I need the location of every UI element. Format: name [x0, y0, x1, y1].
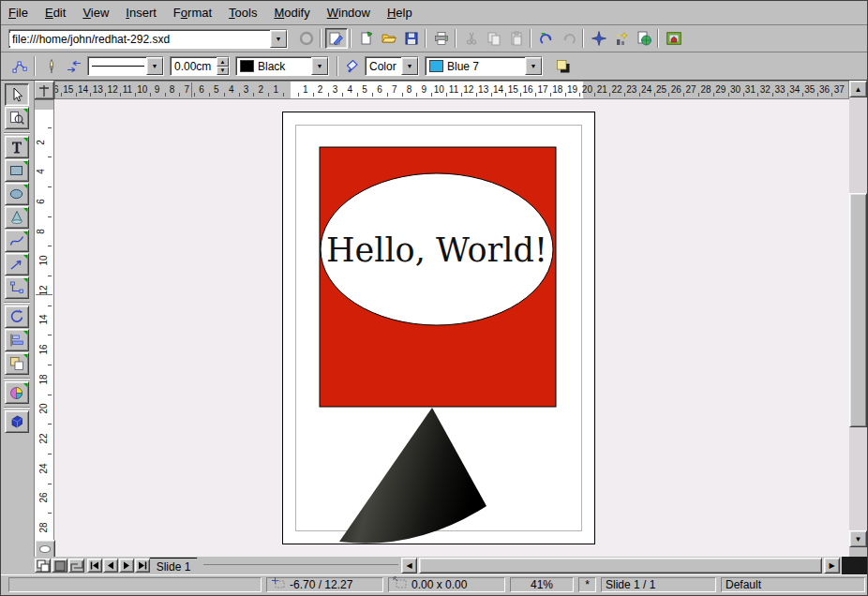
cone-shape[interactable] [339, 408, 486, 544]
connector-tool-button[interactable] [5, 276, 29, 299]
scroll-up-button[interactable]: ▲ [849, 81, 867, 97]
align-tool-button[interactable] [5, 329, 29, 351]
ruler-label: 31 [745, 84, 756, 95]
area-bucket-button[interactable] [340, 56, 363, 77]
curve-icon [9, 233, 24, 248]
curve-tool-button[interactable] [5, 230, 29, 252]
edit-file-button[interactable] [325, 28, 348, 49]
menu-file[interactable]: File [1, 4, 36, 22]
rotate-tool-button[interactable] [5, 305, 29, 328]
line-color-dropdown-button[interactable] [311, 57, 328, 75]
save-button[interactable] [400, 28, 423, 49]
arrow-tool-button[interactable] [5, 253, 29, 276]
fill-color-dropdown-button[interactable] [525, 57, 542, 75]
menu-view[interactable]: View [75, 4, 116, 22]
slide-nav-last-button[interactable] [135, 559, 150, 573]
pen-button[interactable] [40, 56, 63, 77]
menu-insert[interactable]: Insert [118, 4, 164, 22]
doc-globe-button[interactable] [633, 28, 655, 49]
zoom-icon [9, 111, 24, 126]
ellipse-tool-button[interactable] [5, 183, 29, 205]
copy-button[interactable] [483, 28, 505, 49]
vscroll-thumb[interactable] [849, 193, 867, 427]
line-color-select[interactable]: Black [235, 56, 329, 76]
status-zoom-cell[interactable]: 41% [510, 577, 574, 592]
arrow-ends-button[interactable] [63, 56, 85, 77]
ruler-label: 9 [155, 84, 160, 95]
flyout-indicator [23, 161, 27, 165]
scroll-down-button[interactable]: ▼ [849, 530, 867, 547]
size-status-icon [393, 576, 408, 591]
line-width-value: 0.00cm [171, 60, 217, 73]
undo-button[interactable] [535, 28, 558, 49]
menu-tools[interactable]: Tools [221, 4, 264, 22]
stop-button[interactable] [295, 28, 318, 49]
arrange-tool-button[interactable] [5, 352, 29, 375]
fill-style-dropdown-button[interactable] [401, 57, 418, 75]
text-tool-button[interactable] [5, 136, 29, 158]
cut-button[interactable] [460, 28, 483, 49]
redo-button[interactable] [558, 28, 580, 49]
ellipse-icon [9, 186, 24, 201]
status-style-cell[interactable]: Default [721, 577, 865, 592]
menu-format[interactable]: Format [166, 4, 219, 22]
select-icon [9, 87, 24, 102]
objects3d-tool-button[interactable] [5, 206, 29, 229]
ruler-origin-button[interactable] [34, 81, 54, 99]
fill-style-select[interactable]: Color [365, 56, 419, 76]
select-tool-button[interactable] [5, 83, 29, 106]
controller3d-tool-button[interactable] [5, 410, 29, 433]
open-folder-button[interactable] [378, 28, 400, 49]
controller3d-icon [9, 414, 24, 429]
ruler-label: 8 [36, 229, 46, 234]
menu-help[interactable]: Help [380, 4, 420, 22]
page[interactable]: Hello, World! [282, 112, 595, 544]
edit-points-button[interactable] [8, 56, 31, 77]
navigator-button[interactable] [588, 28, 610, 49]
line-width-spinner[interactable]: 0.00cm ▲▼ [170, 56, 230, 76]
canvas[interactable]: Hello, World! [54, 99, 849, 557]
status-slide-cell[interactable]: Slide 1 / 1 [601, 577, 716, 592]
layer-view-button[interactable] [68, 559, 84, 573]
master-view-button[interactable] [52, 559, 67, 573]
ruler-label: 19 [567, 84, 577, 95]
slide-nav-prev-button[interactable] [103, 559, 118, 573]
url-input[interactable] [9, 33, 270, 46]
new-doc-button[interactable] [355, 28, 378, 49]
hscroll-thumb[interactable] [419, 558, 822, 574]
corner-cross-icon [37, 82, 52, 97]
function-bar [1, 25, 868, 52]
gallery-button[interactable] [663, 28, 685, 49]
zoom-star-button[interactable] [610, 28, 633, 49]
tab-strip [203, 564, 398, 574]
line-style-dropdown-button[interactable] [146, 57, 163, 75]
paste-button[interactable] [505, 28, 528, 49]
ruler-label: 6 [36, 199, 46, 204]
hscroll-trough[interactable] [417, 558, 824, 574]
fill-color-select[interactable]: Blue 7 [425, 56, 543, 76]
ruler-label: 2 [36, 140, 46, 145]
ruler-label: 2 [259, 84, 264, 95]
hello-world-text[interactable]: Hello, World! [326, 231, 547, 269]
tab-slide-1[interactable]: Slide 1 [143, 558, 203, 574]
print-button[interactable] [430, 28, 453, 49]
slide-view-button[interactable] [35, 559, 51, 573]
insert-tool-button[interactable] [5, 381, 29, 404]
menu-window[interactable]: Window [320, 4, 378, 22]
vertical-scrollbar[interactable]: ▲ ▼ [849, 81, 867, 547]
redo-icon [561, 31, 576, 46]
line-style-select[interactable] [87, 56, 164, 76]
hscroll-left-button[interactable]: ◀ [401, 558, 417, 574]
menu-edit[interactable]: Edit [37, 4, 73, 22]
hscroll-right-button[interactable]: ▶ [824, 558, 840, 574]
slide-nav-first-button[interactable] [87, 559, 102, 573]
url-dropdown-button[interactable] [270, 30, 287, 48]
spin-down-button[interactable]: ▼ [217, 67, 229, 76]
rect-tool-button[interactable] [5, 159, 29, 182]
spin-up-button[interactable]: ▲ [217, 57, 229, 67]
slide-nav-next-button[interactable] [119, 559, 134, 573]
line-style-preview [88, 66, 146, 67]
menu-modify[interactable]: Modify [266, 4, 317, 22]
shadow-button[interactable] [552, 56, 575, 77]
zoom-tool-button[interactable] [5, 107, 29, 129]
